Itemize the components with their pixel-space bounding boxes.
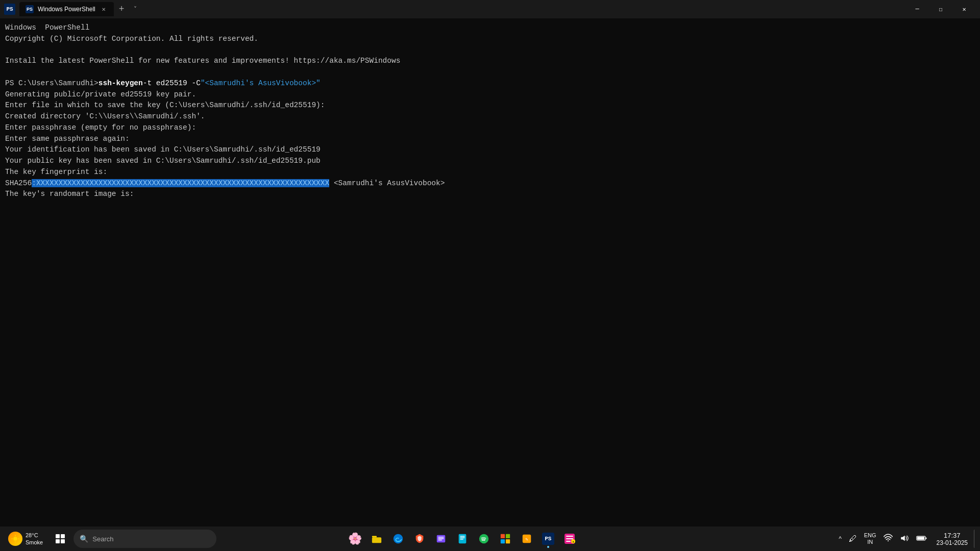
weather-icon xyxy=(8,532,22,546)
tab-dropdown-button[interactable]: ˅ xyxy=(130,6,141,13)
terminal-line xyxy=(5,67,975,78)
edge-icon xyxy=(392,533,404,545)
svg-rect-16 xyxy=(501,534,505,538)
spotify-button[interactable] xyxy=(474,529,494,549)
terminal-output: Created directory 'C:\\Users\\Samrudhi/.… xyxy=(5,111,975,122)
command-args: -t ed25519 -C xyxy=(143,78,201,89)
show-desktop-button[interactable] xyxy=(974,530,976,548)
sha-hash: :XXXXXXXXXXXXXXXXXXXXXXXXXXXXXXXXXXXXXXX… xyxy=(32,179,329,187)
search-icon: 🔍 xyxy=(80,535,88,543)
terminal-output: Your identification has been saved in C:… xyxy=(5,144,975,156)
widgets-icon: 🌸 xyxy=(349,533,361,545)
svg-rect-5 xyxy=(372,536,377,538)
titlebar: PS PS Windows PowerShell ✕ + ˅ ─ ☐ ✕ xyxy=(0,0,980,18)
lang-label: ENGIN xyxy=(864,532,876,545)
svg-rect-23 xyxy=(566,536,573,537)
notepad-button[interactable] xyxy=(452,529,473,549)
file-explorer-button[interactable] xyxy=(366,529,387,549)
tray-wifi[interactable] xyxy=(880,531,896,546)
wifi-icon xyxy=(884,533,893,544)
edge-button[interactable] xyxy=(388,529,408,549)
terminal-line: Install the latest PowerShell for new fe… xyxy=(5,56,975,67)
tray-battery[interactable] xyxy=(913,533,930,545)
sha-prefix: SHA256 xyxy=(5,179,32,187)
terminal-button[interactable]: PS xyxy=(538,529,558,549)
clock-widget[interactable]: 17:37 23-01-2025 xyxy=(932,530,973,548)
command-line: PS C:\Users\Samrudhi> ssh-keygen -t ed25… xyxy=(5,78,975,89)
start-icon xyxy=(56,534,65,543)
randomart-label: The key's randomart image is: xyxy=(5,189,975,200)
titlebar-tabs: PS Windows PowerShell ✕ + ˅ xyxy=(19,2,141,16)
command-quoted: "<Samrudhi's AsusVivobook>" xyxy=(201,78,321,89)
chevron-icon: ^ xyxy=(839,535,842,542)
titlebar-controls: ─ ☐ ✕ xyxy=(905,0,976,18)
svg-rect-18 xyxy=(501,539,505,543)
taskbar-app-area: 🌸 xyxy=(345,529,580,549)
terminal-output: Generating public/private ed25519 key pa… xyxy=(5,89,975,101)
svg-rect-19 xyxy=(506,539,510,543)
terminal-output: Enter passphrase (empty for no passphras… xyxy=(5,122,975,134)
svg-rect-17 xyxy=(506,534,510,538)
active-tab[interactable]: PS Windows PowerShell ✕ xyxy=(19,2,114,16)
sha-line: SHA256:XXXXXXXXXXXXXXXXXXXXXXXXXXXXXXXXX… xyxy=(5,178,975,189)
ps-app-icon: PS xyxy=(4,4,15,15)
svg-rect-31 xyxy=(917,537,924,540)
maximize-button[interactable]: ☐ xyxy=(929,0,952,18)
volume-icon xyxy=(900,534,909,544)
clock-date: 23-01-2025 xyxy=(937,539,968,546)
search-label: Search xyxy=(92,535,113,543)
pen-icon: 🖊 xyxy=(849,534,857,543)
start-button[interactable] xyxy=(50,529,70,549)
svg-rect-10 xyxy=(438,540,442,540)
tray-lang[interactable]: ENGIN xyxy=(861,530,879,547)
svg-text:✎: ✎ xyxy=(525,537,528,542)
svg-rect-9 xyxy=(438,538,444,539)
notepad-icon xyxy=(456,533,469,545)
tray-volume[interactable] xyxy=(897,532,912,546)
command: ssh-keygen xyxy=(99,78,143,89)
tab-icon: PS xyxy=(26,5,34,13)
ps-taskbar-icon: PS xyxy=(542,533,554,545)
terminal-line xyxy=(5,45,975,56)
store-button[interactable] xyxy=(495,529,516,549)
spotify-icon xyxy=(478,533,490,545)
svg-rect-14 xyxy=(460,539,463,539)
taskbar-search[interactable]: 🔍 Search xyxy=(74,530,216,548)
svg-rect-32 xyxy=(925,537,926,539)
clock-time: 17:37 xyxy=(944,532,961,539)
minimize-button[interactable]: ─ xyxy=(905,0,929,18)
new-tab-button[interactable]: + xyxy=(115,4,129,14)
prompt: PS C:\Users\Samrudhi> xyxy=(5,78,99,89)
files-button[interactable] xyxy=(431,529,451,549)
terminal-output: The key fingerprint is: xyxy=(5,167,975,178)
weather-temp: 28°C xyxy=(26,532,43,539)
weather-widget[interactable]: 28°C Smoke xyxy=(4,530,47,548)
terminal-output: Your public key has been saved in C:\Use… xyxy=(5,156,975,167)
svg-rect-24 xyxy=(566,538,573,539)
tray-chevron[interactable]: ^ xyxy=(836,533,845,544)
terminal-window[interactable]: Windows PowerShell Copyright (C) Microso… xyxy=(0,18,980,527)
titlebar-icon: PS xyxy=(4,4,15,15)
terminal-output: Enter same passphrase again: xyxy=(5,134,975,145)
app9-button[interactable]: ✎ xyxy=(517,529,537,549)
svg-rect-25 xyxy=(566,541,571,542)
brave-button[interactable] xyxy=(409,529,430,549)
svg-marker-29 xyxy=(901,535,905,541)
svg-rect-6 xyxy=(372,537,381,543)
files-icon xyxy=(435,533,447,545)
sidebar-app-icon: ✦ xyxy=(564,533,576,545)
terminal-line: Copyright (C) Microsoft Corporation. All… xyxy=(5,34,975,45)
tab-label: Windows PowerShell xyxy=(38,6,95,13)
widgets-button[interactable]: 🌸 xyxy=(345,529,365,549)
app9-icon: ✎ xyxy=(521,533,533,545)
battery-icon xyxy=(916,535,927,543)
sidebar-app-button[interactable]: ✦ xyxy=(559,529,580,549)
svg-rect-12 xyxy=(460,536,464,537)
tray-pen[interactable]: 🖊 xyxy=(846,532,860,545)
svg-point-0 xyxy=(13,537,17,541)
svg-point-28 xyxy=(887,540,888,541)
close-button[interactable]: ✕ xyxy=(952,0,976,18)
terminal-icon: PS xyxy=(542,533,554,545)
file-explorer-icon xyxy=(371,533,383,545)
tab-close-button[interactable]: ✕ xyxy=(100,5,108,13)
